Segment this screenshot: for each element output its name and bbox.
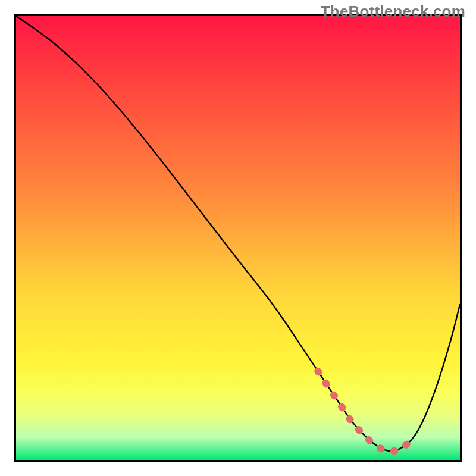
chart-container: TheBottleneck.com [0,0,476,476]
watermark-label: TheBottleneck.com [321,2,465,21]
bottleneck-chart [16,16,460,460]
gradient-background [16,16,460,460]
plot-area [14,14,462,462]
